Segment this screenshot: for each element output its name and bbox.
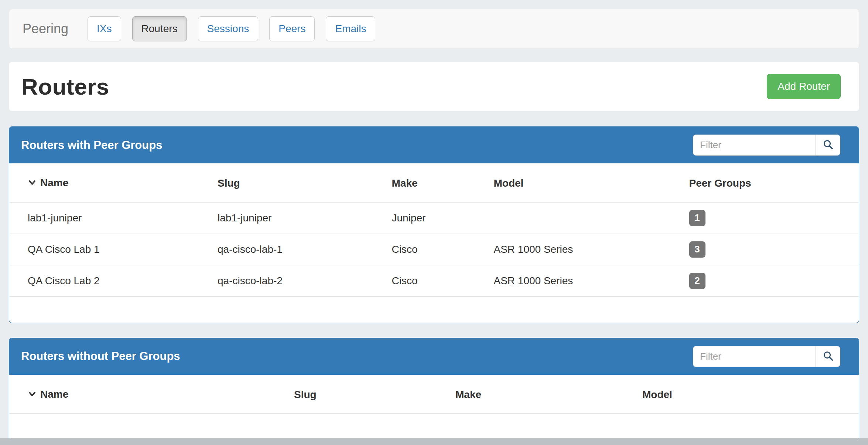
page-bottom-edge: [0, 438, 868, 445]
column-header-slug[interactable]: Slug: [290, 375, 451, 414]
filter-input[interactable]: [693, 346, 816, 367]
column-label: Make: [392, 177, 418, 189]
cell-name: lab1-juniper: [9, 202, 213, 234]
nav-button-sessions[interactable]: Sessions: [198, 16, 259, 41]
panel-heading: Routers without Peer Groups: [9, 338, 859, 375]
column-header-peer-groups[interactable]: Peer Groups: [685, 163, 859, 202]
filter-group: [693, 135, 840, 156]
page-container: Peering IXs Routers Sessions Peers Email…: [0, 0, 868, 441]
page-header: Routers Add Router: [9, 62, 859, 111]
panel-title: Routers without Peer Groups: [21, 350, 180, 363]
peer-groups-badge: 1: [689, 210, 705, 226]
table-wrapper: Name Slug Make Model: [9, 375, 859, 441]
column-header-make[interactable]: Make: [451, 375, 638, 414]
sort-chevron-down-icon: [28, 177, 37, 190]
table-wrapper: Name Slug Make Model Peer Groups lab1-ju…: [9, 163, 859, 323]
search-button[interactable]: [816, 346, 840, 367]
table-row: QA Cisco Lab 2 qa-cisco-lab-2 Cisco ASR …: [9, 265, 859, 296]
cell-model: ASR 1000 Series: [489, 265, 685, 296]
column-header-make[interactable]: Make: [387, 163, 489, 202]
cell-slug: qa-cisco-lab-2: [213, 265, 387, 296]
cell-name: QA Cisco Lab 1: [9, 234, 213, 265]
page-title: Routers: [21, 74, 109, 100]
nav-button-routers[interactable]: Routers: [132, 16, 187, 41]
cell-model: ASR 1000 Series: [489, 234, 685, 265]
column-header-slug[interactable]: Slug: [213, 163, 387, 202]
panel-title: Routers with Peer Groups: [21, 139, 162, 152]
nav-buttons: IXs Routers Sessions Peers Emails: [88, 16, 375, 41]
column-label: Model: [642, 389, 672, 400]
nav-button-emails[interactable]: Emails: [326, 16, 375, 41]
peer-groups-badge: 3: [689, 241, 705, 258]
column-label: Slug: [294, 389, 317, 400]
cell-make: Cisco: [387, 234, 489, 265]
column-header-name[interactable]: Name: [9, 375, 290, 414]
column-header-model[interactable]: Model: [489, 163, 685, 202]
column-label: Make: [455, 389, 481, 400]
column-label: Model: [494, 177, 524, 189]
search-icon: [823, 139, 834, 151]
peer-groups-badge: 2: [689, 273, 705, 289]
routers-with-peer-groups-table: Name Slug Make Model Peer Groups lab1-ju…: [9, 163, 859, 297]
cell-slug: qa-cisco-lab-1: [213, 234, 387, 265]
top-navbar: Peering IXs Routers Sessions Peers Email…: [9, 9, 859, 49]
routers-without-peer-groups-table: Name Slug Make Model: [9, 375, 859, 414]
column-label: Name: [40, 388, 68, 400]
brand-link[interactable]: Peering: [23, 21, 68, 37]
add-router-button[interactable]: Add Router: [767, 74, 841, 99]
panel-routers-without-peer-groups: Routers without Peer Groups: [9, 338, 859, 441]
search-button[interactable]: [816, 135, 840, 156]
column-label: Peer Groups: [689, 177, 751, 189]
nav-button-ixs[interactable]: IXs: [88, 16, 121, 41]
panel-routers-with-peer-groups: Routers with Peer Groups: [9, 126, 859, 323]
column-label: Slug: [218, 177, 240, 189]
table-row: QA Cisco Lab 1 qa-cisco-lab-1 Cisco ASR …: [9, 234, 859, 265]
filter-input[interactable]: [693, 135, 816, 156]
cell-make: Juniper: [387, 202, 489, 234]
cell-peer-groups: 3: [685, 234, 859, 265]
nav-button-peers[interactable]: Peers: [269, 16, 315, 41]
table-header-row: Name Slug Make Model: [9, 375, 859, 414]
cell-slug: lab1-juniper: [213, 202, 387, 234]
sort-chevron-down-icon: [28, 389, 37, 401]
cell-peer-groups: 2: [685, 265, 859, 296]
cell-peer-groups: 1: [685, 202, 859, 234]
cell-name: QA Cisco Lab 2: [9, 265, 213, 296]
table-header-row: Name Slug Make Model Peer Groups: [9, 163, 859, 202]
search-icon: [823, 350, 834, 363]
cell-model: [489, 202, 685, 234]
filter-group: [693, 346, 840, 367]
column-label: Name: [40, 177, 68, 188]
cell-make: Cisco: [387, 265, 489, 296]
column-header-name[interactable]: Name: [9, 163, 213, 202]
panel-heading: Routers with Peer Groups: [9, 127, 859, 163]
table-row: lab1-juniper lab1-juniper Juniper 1: [9, 202, 859, 234]
column-header-model[interactable]: Model: [638, 375, 859, 414]
